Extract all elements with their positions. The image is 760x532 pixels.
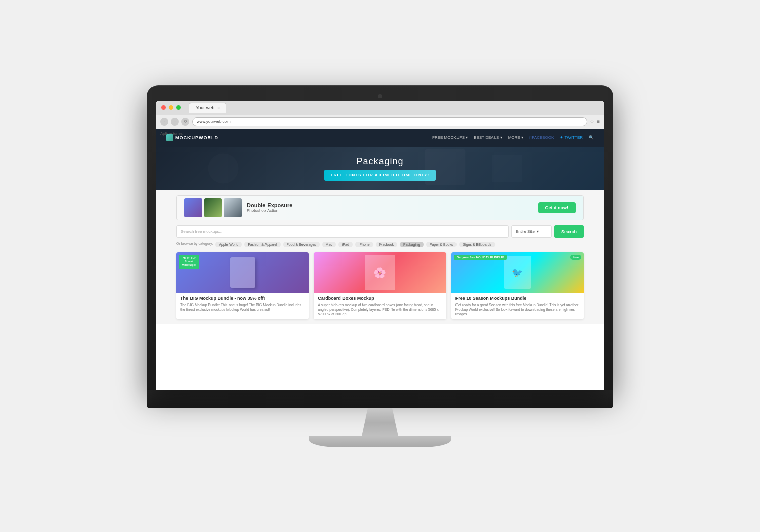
hero-bg: [156, 147, 604, 190]
category-signs[interactable]: Signs & Billboards: [459, 242, 495, 247]
hero-banner[interactable]: FREE FONTS FOR A LIMITED TIME ONLY!: [324, 170, 436, 181]
nav-facebook[interactable]: f FACEBOOK: [529, 135, 554, 140]
url-text: www.yourweb.com: [197, 119, 231, 124]
card-2-mockup: 🌸: [365, 255, 395, 290]
card-2-body: Cardboard Boxes Mockup A super high-res …: [314, 293, 446, 319]
nav-links: FREE MOCKUPS ▾ BEST DEALS ▾ MORE ▾ f FAC…: [432, 135, 594, 140]
imac-frame: Your web × ‹ › ↺ www.yourweb.com ☆ ≡ Apl…: [147, 85, 613, 447]
card-3-body: Free 10 Season Mockups Bundle Get ready …: [451, 293, 584, 319]
search-filter-label: Entire Site: [516, 229, 535, 234]
site-content: MOCKUPWORLD FREE MOCKUPS ▾ BEST DEALS ▾ …: [156, 129, 604, 390]
ad-left: Double Exposure Photoshop Action: [184, 198, 292, 217]
cards-grid: 75 of ourfinestMockups! The BIG Mockup B…: [176, 252, 584, 319]
card-2[interactable]: 🌸 Cardboard Boxes Mockup A super high-re…: [314, 252, 446, 319]
close-window-button[interactable]: [161, 105, 166, 110]
category-label: Or browse by category:: [176, 242, 213, 247]
card-2-title: Cardboard Boxes Mockup: [318, 296, 442, 301]
browser-menu-icon[interactable]: ≡: [597, 119, 600, 124]
get-now-button[interactable]: Get it now!: [538, 202, 576, 213]
nav-search-icon[interactable]: 🔍: [589, 135, 594, 140]
address-bar[interactable]: www.yourweb.com: [192, 117, 587, 126]
imac-camera: [378, 94, 382, 98]
card-1-image: 75 of ourfinestMockups!: [176, 252, 309, 293]
category-iphone[interactable]: iPhone: [355, 242, 373, 247]
card-3[interactable]: 🐦 Get your free HOLIDAY BUNDLE! Free Fre…: [451, 252, 584, 319]
category-apple-world[interactable]: Apple World: [215, 242, 242, 247]
search-button[interactable]: Search: [554, 225, 584, 238]
tab-close-icon[interactable]: ×: [217, 106, 220, 110]
back-button[interactable]: ‹: [160, 118, 168, 126]
imac-chin: [147, 390, 613, 408]
category-row: Or browse by category: Apple World Fashi…: [176, 242, 584, 247]
browser-chrome: Your web × ‹ › ↺ www.yourweb.com ☆ ≡ Apl…: [156, 101, 604, 129]
search-filter-dropdown[interactable]: Entire Site ▾: [511, 225, 552, 238]
site-main: Double Exposure Photoshop Action Get it …: [156, 190, 604, 324]
category-paper[interactable]: Paper & Books: [426, 242, 457, 247]
card-1-body: The BIG Mockup Bundle - now 35% off! The…: [176, 293, 309, 315]
ad-subtitle: Photoshop Action: [247, 208, 292, 213]
card-2-image: 🌸: [314, 252, 446, 293]
nav-more[interactable]: MORE ▾: [508, 135, 523, 140]
ad-banner: Double Exposure Photoshop Action Get it …: [176, 195, 584, 220]
nav-twitter[interactable]: ✦ TWITTER: [560, 135, 583, 140]
card-2-desc: A super high-res mockup of two cardboard…: [318, 302, 442, 316]
ad-title: Double Exposure: [247, 202, 292, 208]
card-1-title: The BIG Mockup Bundle - now 35% off!: [180, 296, 305, 301]
card-3-image: 🐦 Get your free HOLIDAY BUNDLE! Free: [451, 252, 584, 293]
refresh-button[interactable]: ↺: [181, 118, 189, 126]
tab-title: Your web: [196, 105, 214, 110]
imac-screen: Your web × ‹ › ↺ www.yourweb.com ☆ ≡ Apl…: [156, 101, 604, 390]
svg-point-2: [208, 153, 239, 183]
logo-icon: [166, 134, 173, 141]
card-1-badge: 75 of ourfinestMockups!: [179, 255, 199, 269]
browser-titlebar: Your web ×: [156, 101, 604, 115]
card-3-badge: Get your free HOLIDAY BUNDLE!: [454, 255, 507, 260]
page-title: Packaging: [356, 156, 403, 167]
card-3-mockup: 🐦: [504, 256, 531, 289]
search-placeholder: Search free mockups...: [181, 229, 222, 234]
search-input-wrap[interactable]: Search free mockups...: [176, 225, 509, 238]
nav-best-deals[interactable]: BEST DEALS ▾: [474, 135, 502, 140]
category-fashion[interactable]: Fashion & Apparel: [244, 242, 280, 247]
dropdown-arrow-icon: ▾: [537, 229, 539, 234]
svg-rect-1: [492, 155, 522, 182]
ad-text-block: Double Exposure Photoshop Action: [247, 202, 292, 213]
card-3-desc: Get ready for a great Season with this f…: [455, 302, 580, 316]
browser-toolbar: ‹ › ↺ www.yourweb.com ☆ ≡: [156, 115, 604, 129]
browser-tab[interactable]: Your web ×: [189, 103, 226, 113]
hero-banner-text: FREE FONTS FOR A LIMITED TIME ONLY!: [331, 173, 429, 177]
category-food[interactable]: Food & Beverages: [283, 242, 320, 247]
ad-photo-3: [224, 198, 242, 217]
site-logo[interactable]: MOCKUPWORLD: [166, 134, 218, 141]
imac-screen-shell: Your web × ‹ › ↺ www.yourweb.com ☆ ≡ Apl…: [147, 85, 613, 390]
card-2-img-inner: 🌸: [314, 252, 446, 293]
category-packaging[interactable]: Packaging: [400, 242, 424, 247]
category-ipad[interactable]: iPad: [338, 242, 353, 247]
site-hero: Packaging FREE FONTS FOR A LIMITED TIME …: [156, 147, 604, 190]
search-row: Search free mockups... Entire Site ▾ Sea…: [176, 225, 584, 238]
imac-stand-base: [309, 436, 451, 447]
maximize-window-button[interactable]: [176, 105, 181, 110]
category-macbook[interactable]: Macbook: [376, 242, 397, 247]
bookmark-icon[interactable]: ☆: [590, 119, 594, 124]
card-1-mockup: [230, 257, 255, 288]
ad-photos: [184, 198, 242, 217]
logo-text: MOCKUPWORLD: [175, 135, 218, 140]
minimize-window-button[interactable]: [169, 105, 173, 110]
nav-free-mockups[interactable]: FREE MOCKUPS ▾: [432, 135, 468, 140]
card-3-title: Free 10 Season Mockups Bundle: [455, 296, 580, 301]
card-1-desc: The BIG Mockup Bundle: This one is huge!…: [180, 302, 305, 312]
card-1[interactable]: 75 of ourfinestMockups! The BIG Mockup B…: [176, 252, 309, 319]
ad-photo-2: [204, 198, 222, 217]
forward-button[interactable]: ›: [171, 118, 179, 126]
card-3-free-badge: Free: [570, 255, 581, 260]
category-mac[interactable]: Mac: [322, 242, 336, 247]
ad-photo-1: [184, 198, 202, 217]
site-nav: MOCKUPWORLD FREE MOCKUPS ▾ BEST DEALS ▾ …: [156, 129, 604, 147]
imac-stand-neck: [350, 408, 410, 436]
